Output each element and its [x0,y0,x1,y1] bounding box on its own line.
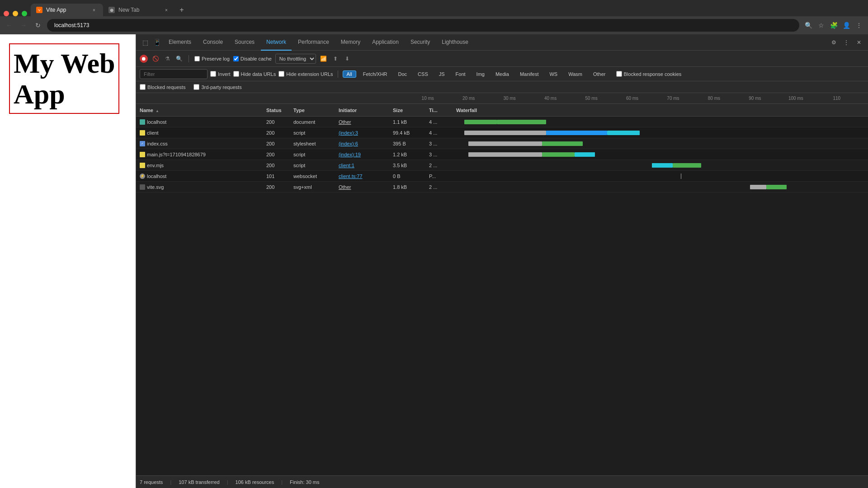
cell-name-main-js: main.js?t=1710941828679 [140,152,266,157]
zoom-button[interactable]: 🔍 [803,20,814,31]
filter-icon-button[interactable]: ⚗ [163,55,171,63]
table-row[interactable]: vite.svg 200 svg+xml Other 1.8 kB 2 ... [136,182,868,192]
cell-size-7: 1.8 kB [393,184,429,190]
back-button[interactable]: ← [4,20,14,31]
minimize-window-button[interactable] [13,11,18,16]
tab-network[interactable]: Network [261,34,292,51]
export-button[interactable]: ⬇ [343,55,351,63]
filter-other-button[interactable]: Other [589,70,610,78]
reload-button[interactable]: ↻ [33,20,43,31]
filter-fetch-button[interactable]: Fetch/XHR [359,70,392,78]
maximize-window-button[interactable] [22,11,27,16]
invert-checkbox[interactable]: Invert [210,71,231,77]
wifi-icon[interactable]: 📶 [320,55,328,63]
filter-all-button[interactable]: All [343,70,356,78]
close-window-button[interactable] [4,11,9,16]
settings-gear-button[interactable]: ⚙ [828,37,839,48]
filter-ws-button[interactable]: WS [545,70,561,78]
filter-doc-button[interactable]: Doc [394,70,411,78]
table-row[interactable]: ⚡ localhost 101 websocket client.ts:77 0… [136,171,868,182]
table-row[interactable]: ✓ index.css 200 stylesheet (index):6 395… [136,138,868,149]
col-header-waterfall[interactable]: Waterfall [456,108,864,113]
tab-close-new[interactable]: × [163,6,170,14]
script-icon-3 [140,163,145,168]
tab-performance[interactable]: Performance [292,34,335,51]
blocked-cookies-checkbox[interactable]: Blocked response cookies [616,71,682,77]
table-row[interactable]: localhost 200 document Other 1.1 kB 4 ..… [136,117,868,127]
filter-img-button[interactable]: Img [472,70,489,78]
cell-time-1: 4 ... [429,119,456,125]
cell-size-4: 1.2 kB [393,152,429,157]
cell-name-localhost-ws: ⚡ localhost [140,174,266,179]
cell-time-4: 3 ... [429,152,456,157]
tab-security[interactable]: Security [405,34,435,51]
devtools-more-button[interactable]: ⋮ [841,37,852,48]
table-row[interactable]: env.mjs 200 script client:1 3.5 kB 2 ... [136,160,868,171]
third-party-checkbox[interactable]: 3rd-party requests [193,84,241,90]
tab-elements[interactable]: Elements [163,34,197,51]
filter-js-button[interactable]: JS [435,70,449,78]
cell-size-2: 99.4 kB [393,130,429,136]
col-header-time[interactable]: Ti... [429,108,456,113]
blocked-requests-checkbox[interactable]: Blocked requests [140,84,185,90]
tab-close-vite[interactable]: × [90,6,98,14]
devtools-close-button[interactable]: ✕ [854,37,864,48]
profile-button[interactable]: 👤 [841,20,852,31]
col-header-name[interactable]: Name ▲ [140,108,266,113]
table-row[interactable]: client 200 script (index):3 99.4 kB 4 ..… [136,127,868,138]
disable-cache-checkbox[interactable]: Disable cache [233,56,272,61]
tab-application[interactable]: Application [367,34,404,51]
cell-initiator-4[interactable]: (index):19 [339,152,393,157]
web-preview: My WebApp [0,34,136,488]
tab-vite-label: Vite App [46,7,66,13]
filter-input[interactable] [140,69,208,79]
bookmark-button[interactable]: ☆ [816,20,826,31]
address-bar[interactable] [47,19,799,32]
forward-button[interactable]: → [18,20,29,31]
cell-initiator-5[interactable]: client:1 [339,163,393,168]
cell-initiator-3[interactable]: (index):6 [339,141,393,146]
col-header-initiator[interactable]: Initiator [339,108,393,113]
cell-initiator-2[interactable]: (index):3 [339,130,393,136]
cell-waterfall-5 [456,162,864,169]
table-header: Name ▲ Status Type Initiator Size Ti... … [136,104,868,117]
filter-manifest-button[interactable]: Manifest [516,70,543,78]
cell-initiator-6[interactable]: client.ts:77 [339,174,393,179]
filter-css-button[interactable]: CSS [414,70,432,78]
network-toolbar: ⏺ 🚫 ⚗ 🔍 Preserve log Disable cache No th… [136,51,868,67]
menu-button[interactable]: ⋮ [854,20,864,31]
col-header-status[interactable]: Status [266,108,293,113]
preserve-log-checkbox[interactable]: Preserve log [194,56,230,61]
record-stop-button[interactable]: ⏺ [140,55,148,63]
devtools-device-button[interactable]: 📱 [151,37,162,48]
tab-memory[interactable]: Memory [335,34,366,51]
tab-lighthouse[interactable]: Lighthouse [436,34,474,51]
window-controls [4,11,27,16]
table-row[interactable]: main.js?t=1710941828679 200 script (inde… [136,149,868,160]
hide-data-urls-checkbox[interactable]: Hide data URLs [233,71,276,77]
throttle-select[interactable]: No throttling [275,54,316,64]
timeline-ruler: 10 ms 20 ms 30 ms 40 ms 50 ms 60 ms 70 m… [136,93,868,104]
resources-size: 106 kB resources [236,479,274,485]
cell-size-5: 3.5 kB [393,163,429,168]
devtools-inspect-button[interactable]: ⬚ [140,37,151,48]
import-button[interactable]: ⬆ [331,55,340,63]
filter-wasm-button[interactable]: Wasm [564,70,586,78]
tab-sources[interactable]: Sources [229,34,260,51]
new-tab-button[interactable]: + [175,4,188,16]
clear-button[interactable]: 🚫 [151,55,160,63]
hide-ext-urls-checkbox[interactable]: Hide extension URLs [278,71,333,77]
filter-media-button[interactable]: Media [491,70,513,78]
filter-font-button[interactable]: Font [452,70,470,78]
separator-status-2: | [227,479,228,485]
cell-type-1: document [293,119,339,125]
search-button[interactable]: 🔍 [175,55,183,63]
tab-vite-app[interactable]: V Vite App × [31,4,103,16]
extensions-button[interactable]: 🧩 [828,20,839,31]
cell-type-4: script [293,152,339,157]
devtools-tabbar: ⬚ 📱 Elements Console Sources Network Per… [136,34,868,51]
col-header-size[interactable]: Size [393,108,429,113]
col-header-type[interactable]: Type [293,108,339,113]
tab-console[interactable]: Console [198,34,228,51]
tab-new-tab[interactable]: ⊕ New Tab × [103,4,175,16]
